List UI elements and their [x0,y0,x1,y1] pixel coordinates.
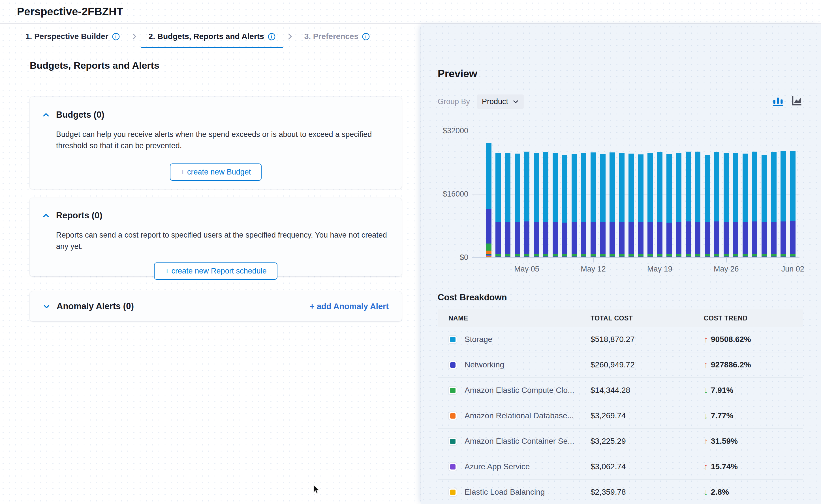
trend-value: 7.77% [711,411,733,420]
bar-may-20[interactable] [667,131,672,257]
bar-may-29[interactable] [752,131,757,257]
bar-segment [762,256,767,257]
bar-segment [515,254,520,256]
chart-plot-area[interactable] [474,131,798,257]
bar-may-10[interactable] [571,131,577,257]
bar-segment [562,223,567,254]
info-icon [268,33,276,40]
create-budget-button[interactable]: + create new Budget [170,163,262,181]
bar-segment [781,151,786,221]
legend-color-chip [448,386,457,395]
bar-segment [581,153,586,222]
x-axis-tick-mark [660,257,660,262]
bar-may-24[interactable] [705,131,710,257]
chevron-down-icon [43,303,50,310]
tab-perspective-builder[interactable]: 1. Perspective Builder [18,24,127,49]
bar-may-16[interactable] [629,131,634,257]
bar-may-26[interactable] [724,131,729,257]
bar-may-22[interactable] [686,131,691,257]
bar-may-01[interactable] [486,131,491,257]
bar-segment [562,254,567,256]
bar-may-03[interactable] [505,131,510,257]
y-axis-tick-label: $0 [421,253,468,262]
trend-up-arrow-icon: ↑ [704,361,708,369]
bar-may-13[interactable] [600,131,605,257]
table-row[interactable]: Amazon Relational Database...$3,269.74↓7… [438,403,803,429]
section-heading: Budgets, Reports and Alerts [30,60,159,71]
create-report-schedule-button[interactable]: + create new Report schedule [154,262,277,280]
tab-label: 2. Budgets, Reports and Alerts [149,32,264,41]
bar-chart-icon[interactable] [772,94,784,107]
tab-preferences[interactable]: 3. Preferences [297,24,377,49]
bar-segment [619,222,625,254]
bar-segment [486,143,491,209]
bar-may-21[interactable] [676,131,682,257]
bar-segment [724,222,729,254]
bar-may-15[interactable] [619,131,625,257]
bar-may-27[interactable] [733,131,738,257]
bar-segment [657,152,663,222]
bar-may-12[interactable] [590,131,596,257]
bar-segment [524,152,529,221]
bar-segment [619,254,625,256]
bar-may-28[interactable] [743,131,748,257]
bar-may-05[interactable] [524,131,529,257]
x-axis-tick-label: May 05 [514,265,539,273]
bar-segment [571,222,577,254]
area-chart-icon[interactable] [790,94,803,107]
info-icon [112,33,120,40]
bar-segment [590,152,596,222]
bar-may-08[interactable] [553,131,558,257]
bar-may-04[interactable] [515,131,520,257]
bar-segment [724,254,729,256]
bar-segment [553,153,558,222]
table-row[interactable]: Storage$518,870.27↑90508.62% [438,327,803,352]
budgets-card-header[interactable]: Budgets (0) [42,110,389,120]
bar-segment [648,256,653,257]
group-by-dropdown[interactable]: Product [477,94,524,109]
bar-may-25[interactable] [714,131,719,257]
table-row[interactable]: Amazon Elastic Compute Clo...$14,344.28↓… [438,378,803,403]
bar-may-14[interactable] [609,131,615,257]
bar-may-23[interactable] [695,131,700,257]
bar-segment [590,222,596,254]
bar-segment [695,152,700,222]
bar-jun-01[interactable] [781,131,786,257]
bar-segment [771,222,777,254]
bar-segment [600,222,605,254]
bar-may-06[interactable] [534,131,539,257]
bar-segment [695,222,700,254]
table-row[interactable]: Networking$260,949.72↑927886.2% [438,352,803,378]
table-row[interactable]: Azure App Service$3,062.74↑15.74% [438,454,803,480]
bar-may-31[interactable] [771,131,777,257]
bar-may-18[interactable] [648,131,653,257]
tab-budgets-reports-alerts[interactable]: 2. Budgets, Reports and Alerts [141,24,283,49]
trend-down-arrow-icon: ↓ [704,386,708,395]
bar-may-19[interactable] [657,131,663,257]
bar-segment [714,152,719,221]
cost-breakdown-table: NAME TOTAL COST COST TREND Storage$518,8… [438,309,803,504]
bar-may-30[interactable] [762,131,767,257]
anomaly-card-header[interactable]: Anomaly Alerts (0) [43,301,134,311]
bar-may-09[interactable] [562,131,567,257]
legend-color-chip [448,335,457,344]
bar-jun-02[interactable] [790,131,796,257]
bar-may-07[interactable] [543,131,548,257]
info-icon [362,33,370,40]
table-row[interactable]: Amazon Elastic Container Se...$3,225.29↑… [438,429,803,454]
bar-may-17[interactable] [638,131,644,257]
table-row[interactable]: Elastic Load Balancing$2,359.78↓2.8% [438,480,803,504]
bar-may-02[interactable] [495,131,501,257]
bar-segment [629,154,634,222]
bar-segment [724,153,729,222]
bar-segment [553,256,558,257]
bar-segment [752,221,757,254]
bar-may-11[interactable] [581,131,586,257]
chevron-right-icon [283,32,297,41]
add-anomaly-alert-link[interactable]: + add Anomaly Alert [310,302,389,311]
reports-card-header[interactable]: Reports (0) [42,210,389,221]
bar-segment [524,256,529,256]
trend-value: 15.74% [711,462,738,471]
bar-segment [571,256,577,257]
legend-color-chip [448,437,457,446]
